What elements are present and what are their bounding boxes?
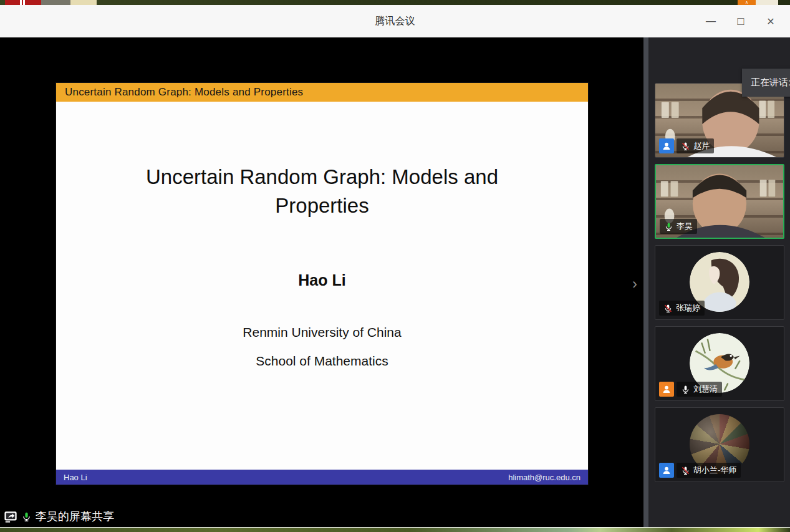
window-controls: — □ ✕ bbox=[700, 5, 781, 37]
slide-author: Hao Li bbox=[56, 271, 588, 289]
slide-title-line2: Properties bbox=[56, 191, 588, 220]
slide-main-title: Uncertain Random Graph: Models and Prope… bbox=[56, 163, 588, 220]
mic-speaking-icon bbox=[664, 222, 673, 231]
slide-affiliation-university: Renmin University of China bbox=[56, 325, 588, 340]
desktop-red-window-sliver bbox=[5, 0, 41, 5]
titlebar[interactable]: 腾讯会议 — □ ✕ bbox=[0, 5, 790, 37]
participant-overlay-row: 刘慧清 bbox=[659, 382, 722, 397]
shared-screen-stage: Uncertain Random Graph: Models and Prope… bbox=[0, 37, 643, 527]
participant-tile-liuhuiqing[interactable]: 刘慧清 bbox=[655, 326, 784, 401]
desktop-beige-sliver bbox=[70, 0, 97, 5]
slide-affiliation-school: School of Mathematics bbox=[56, 354, 588, 369]
participant-name-label: 胡小兰-华师 bbox=[677, 463, 741, 478]
participant-name: 赵芹 bbox=[693, 140, 710, 152]
desktop-orange-sliver: ∧ bbox=[738, 0, 756, 5]
slide-footer-bar: Hao Li hlimath@ruc.edu.cn bbox=[56, 470, 588, 485]
minimize-button[interactable]: — bbox=[700, 11, 721, 32]
member-badge-icon bbox=[659, 463, 674, 478]
slide-footer-author: Hao Li bbox=[64, 473, 87, 482]
mic-muted-icon bbox=[663, 304, 673, 313]
maximize-button[interactable]: □ bbox=[730, 11, 751, 32]
close-button[interactable]: ✕ bbox=[760, 11, 781, 32]
screen-share-icon bbox=[4, 510, 17, 523]
slide-header-bar: Uncertain Random Graph: Models and Prope… bbox=[56, 83, 588, 102]
participant-tile-lihao[interactable]: 李昊 bbox=[655, 164, 784, 239]
participant-overlay-row: 李昊 bbox=[660, 219, 697, 234]
mic-speaking-icon bbox=[21, 511, 32, 522]
slide-title-line1: Uncertain Random Graph: Models and bbox=[56, 163, 588, 191]
screen-share-status-bar: 李昊的屏幕共享 bbox=[4, 509, 114, 524]
slide-footer-email: hlimath@ruc.edu.cn bbox=[508, 473, 580, 482]
member-badge-icon bbox=[659, 138, 674, 153]
speaking-now-tooltip: 正在讲话: bbox=[742, 69, 790, 97]
participant-overlay-row: 赵芹 bbox=[659, 138, 714, 153]
presentation-slide: Uncertain Random Graph: Models and Prope… bbox=[56, 83, 588, 485]
mic-muted-icon bbox=[681, 466, 690, 475]
participant-tile-huxiaolan[interactable]: 胡小兰-华师 bbox=[655, 407, 784, 482]
participant-name: 胡小兰-华师 bbox=[693, 465, 736, 476]
tencent-meeting-window: ∧ 腾讯会议 — □ ✕ Uncertain Random Graph: Mod… bbox=[0, 0, 790, 532]
participant-name: 张瑞婷 bbox=[676, 302, 700, 314]
desktop-beige-sliver-2 bbox=[756, 0, 778, 5]
participant-tile-zhangruiting[interactable]: 张瑞婷 bbox=[655, 245, 784, 320]
participant-name-label: 张瑞婷 bbox=[659, 301, 705, 316]
sidebar-expand-chevron-icon[interactable]: › bbox=[627, 274, 642, 293]
host-badge-icon bbox=[659, 382, 674, 397]
mic-on-icon bbox=[681, 385, 690, 394]
participants-sidebar: 赵芹 李昊 bbox=[648, 37, 790, 527]
desktop-gray-sliver bbox=[41, 0, 70, 5]
window-title: 腾讯会议 bbox=[375, 15, 415, 28]
screen-share-status-text: 李昊的屏幕共享 bbox=[36, 509, 114, 524]
participant-overlay-row: 张瑞婷 bbox=[659, 301, 705, 316]
participant-name-label: 赵芹 bbox=[677, 138, 714, 153]
panel-splitter-handle[interactable] bbox=[643, 37, 648, 527]
desktop-background-bottom-strip bbox=[0, 528, 790, 532]
desktop-background-top-strip: ∧ bbox=[0, 0, 790, 5]
speaking-now-text: 正在讲话: bbox=[751, 77, 790, 89]
mic-muted-icon bbox=[681, 142, 690, 151]
participant-overlay-row: 胡小兰-华师 bbox=[659, 463, 741, 478]
participant-name-label: 刘慧清 bbox=[677, 382, 722, 397]
participant-name: 李昊 bbox=[677, 221, 693, 232]
slide-header-title: Uncertain Random Graph: Models and Prope… bbox=[65, 86, 303, 99]
participant-name: 刘慧清 bbox=[693, 384, 718, 395]
participant-name-label: 李昊 bbox=[660, 219, 697, 234]
